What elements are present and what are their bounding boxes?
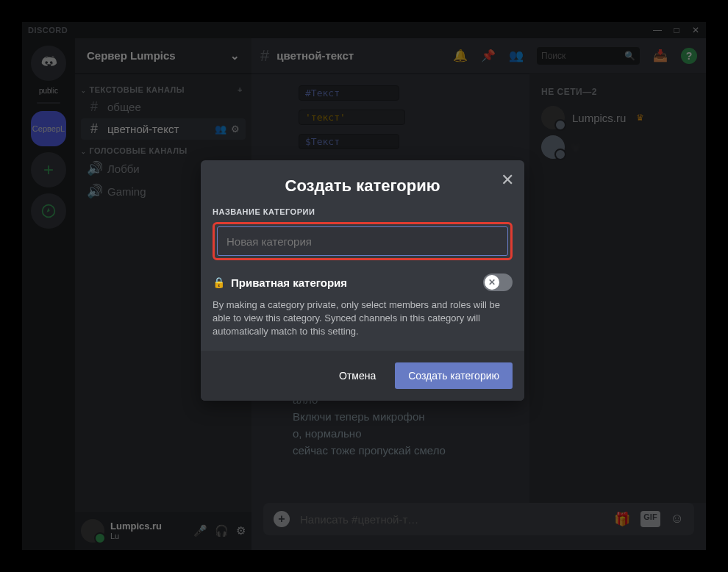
modal-title: Создать категорию bbox=[213, 176, 513, 196]
lock-icon: 🔒 bbox=[213, 276, 225, 288]
private-toggle[interactable]: ✕ bbox=[483, 274, 513, 291]
category-name-input[interactable] bbox=[217, 226, 508, 256]
private-category-label: Приватная категория bbox=[231, 276, 347, 289]
field-label-category-name: НАЗВАНИЕ КАТЕГОРИИ bbox=[213, 207, 513, 216]
create-category-button[interactable]: Создать категорию bbox=[395, 362, 513, 389]
highlight-box bbox=[213, 222, 513, 260]
cancel-button[interactable]: Отмена bbox=[327, 362, 388, 389]
close-icon[interactable]: ✕ bbox=[501, 171, 514, 190]
private-description: By making a category private, only selec… bbox=[213, 298, 513, 339]
create-category-modal: Создать категорию ✕ НАЗВАНИЕ КАТЕГОРИИ 🔒… bbox=[201, 160, 524, 401]
